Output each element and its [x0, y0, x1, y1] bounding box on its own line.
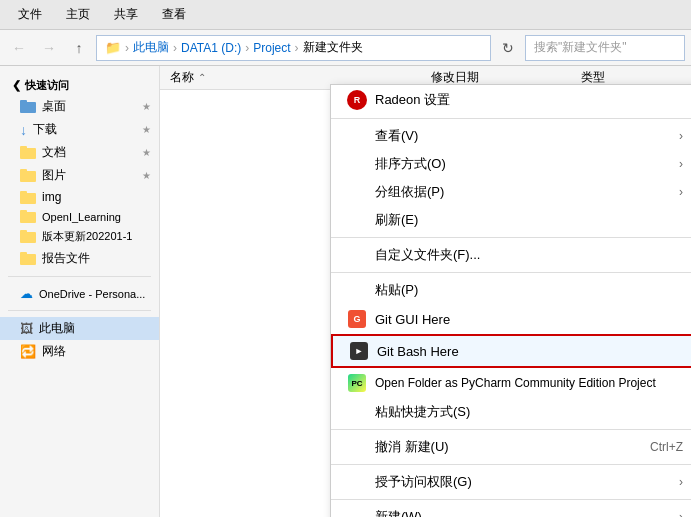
- folder-icon: [20, 146, 36, 159]
- sidebar-item-desktop[interactable]: 桌面 ★: [0, 95, 159, 118]
- sidebar-divider2: [8, 310, 151, 311]
- pc-icon: 🖼: [20, 321, 33, 336]
- ctx-divider-1: [331, 118, 691, 119]
- folder-icon: [20, 169, 36, 182]
- sidebar-item-pc[interactable]: 🖼 此电脑: [0, 317, 159, 340]
- arrow-icon: ›: [679, 185, 683, 199]
- menu-home[interactable]: 主页: [56, 2, 100, 27]
- undo-shortcut: Ctrl+Z: [650, 440, 683, 454]
- menu-file[interactable]: 文件: [8, 2, 52, 27]
- main-layout: ❮ 快速访问 桌面 ★ ↓ 下载 ★ 文档 ★ 图片 ★ img: [0, 66, 691, 517]
- menu-view[interactable]: 查看: [152, 2, 196, 27]
- ctx-item-git-bash[interactable]: ► Git Bash Here: [331, 334, 691, 368]
- sidebar-item-version[interactable]: 版本更新202201-1: [0, 226, 159, 247]
- ctx-label-sort: 排序方式(O): [375, 155, 671, 173]
- ctx-divider-4: [331, 429, 691, 430]
- ctx-item-sort[interactable]: 排序方式(O) ›: [331, 150, 691, 178]
- menu-share[interactable]: 共享: [104, 2, 148, 27]
- ctx-divider-6: [331, 499, 691, 500]
- ctx-divider-2: [331, 237, 691, 238]
- ctx-label-view: 查看(V): [375, 127, 671, 145]
- sidebar: ❮ 快速访问 桌面 ★ ↓ 下载 ★ 文档 ★ 图片 ★ img: [0, 66, 160, 517]
- sidebar-item-report[interactable]: 报告文件: [0, 247, 159, 270]
- folder-icon: [20, 100, 36, 113]
- breadcrumb-pc[interactable]: 此电脑: [133, 39, 169, 56]
- search-placeholder: 搜索"新建文件夹": [534, 39, 627, 56]
- forward-button[interactable]: →: [36, 35, 62, 61]
- network-icon: 🔁: [20, 344, 36, 359]
- menu-bar: 文件 主页 共享 查看: [0, 0, 691, 30]
- back-button[interactable]: ←: [6, 35, 32, 61]
- sidebar-item-img[interactable]: img: [0, 187, 159, 207]
- sidebar-item-documents[interactable]: 文档 ★: [0, 141, 159, 164]
- breadcrumb-drive[interactable]: DATA1 (D:): [181, 41, 241, 55]
- pin-icon: ★: [142, 170, 151, 181]
- pin-icon: ★: [142, 124, 151, 135]
- sidebar-item-pictures[interactable]: 图片 ★: [0, 164, 159, 187]
- refresh-button[interactable]: ↻: [495, 35, 521, 61]
- folder-icon: [20, 252, 36, 265]
- ctx-label-group: 分组依据(P): [375, 183, 671, 201]
- search-box[interactable]: 搜索"新建文件夹": [525, 35, 685, 61]
- ctx-label-radeon: Radeon 设置: [375, 91, 683, 109]
- ctx-item-refresh[interactable]: 刷新(E): [331, 206, 691, 234]
- arrow-icon: ›: [679, 510, 683, 517]
- arrow-icon: ›: [679, 157, 683, 171]
- sidebar-item-network[interactable]: 🔁 网络: [0, 340, 159, 363]
- download-icon: ↓: [20, 122, 27, 138]
- sidebar-item-openI[interactable]: OpenI_Learning: [0, 207, 159, 226]
- arrow-icon: ›: [679, 475, 683, 489]
- ctx-label-customize: 自定义文件夹(F)...: [375, 246, 683, 264]
- up-button[interactable]: ↑: [66, 35, 92, 61]
- ctx-label-git-gui: Git GUI Here: [375, 312, 683, 327]
- ctx-label-paste-shortcut: 粘贴快捷方式(S): [375, 403, 683, 421]
- ctx-divider-3: [331, 272, 691, 273]
- ctx-item-access[interactable]: 授予访问权限(G) ›: [331, 468, 691, 496]
- ctx-label-paste: 粘贴(P): [375, 281, 683, 299]
- folder-icon: [20, 210, 36, 223]
- ctx-label-access: 授予访问权限(G): [375, 473, 671, 491]
- cloud-icon: ☁: [20, 286, 33, 301]
- breadcrumb-project[interactable]: Project: [253, 41, 290, 55]
- ctx-item-new[interactable]: 新建(W) ›: [331, 503, 691, 517]
- pin-icon: ★: [142, 101, 151, 112]
- folder-icon: [20, 191, 36, 204]
- ctx-label-git-bash: Git Bash Here: [377, 344, 681, 359]
- ctx-divider-5: [331, 464, 691, 465]
- breadcrumb-folder[interactable]: 新建文件夹: [303, 39, 363, 56]
- ctx-item-customize[interactable]: 自定义文件夹(F)...: [331, 241, 691, 269]
- context-menu: R Radeon 设置 查看(V) › 排序方式(O) › 分组依据(P) ›: [330, 84, 691, 517]
- breadcrumb: 📁 › 此电脑 › DATA1 (D:) › Project › 新建文件夹: [96, 35, 491, 61]
- sidebar-divider: [8, 276, 151, 277]
- ctx-item-pycharm[interactable]: PC Open Folder as PyCharm Community Edit…: [331, 368, 691, 398]
- sidebar-item-onedrive[interactable]: ☁ OneDrive - Persona...: [0, 283, 159, 304]
- content-area: 名称 ⌃ 修改日期 类型 R Radeon 设置 查看(V): [160, 66, 691, 517]
- ctx-item-undo[interactable]: 撤消 新建(U) Ctrl+Z: [331, 433, 691, 461]
- radeon-icon: R: [347, 90, 367, 110]
- ctx-item-view[interactable]: 查看(V) ›: [331, 122, 691, 150]
- ctx-item-git-gui[interactable]: G Git GUI Here: [331, 304, 691, 334]
- quick-access-label: ❮ 快速访问: [0, 74, 159, 95]
- folder-icon: [20, 230, 36, 243]
- arrow-icon: ›: [679, 129, 683, 143]
- sidebar-item-download[interactable]: ↓ 下载 ★: [0, 118, 159, 141]
- ctx-label-refresh: 刷新(E): [375, 211, 683, 229]
- ctx-label-new: 新建(W): [375, 508, 671, 517]
- ctx-item-radeon[interactable]: R Radeon 设置: [331, 85, 691, 115]
- git-bash-icon: ►: [349, 341, 369, 361]
- git-gui-icon: G: [347, 309, 367, 329]
- pin-icon: ★: [142, 147, 151, 158]
- ctx-label-pycharm: Open Folder as PyCharm Community Edition…: [375, 376, 683, 390]
- pycharm-icon: PC: [347, 373, 367, 393]
- ctx-item-group[interactable]: 分组依据(P) ›: [331, 178, 691, 206]
- ctx-label-undo: 撤消 新建(U): [375, 438, 642, 456]
- ctx-item-paste[interactable]: 粘贴(P): [331, 276, 691, 304]
- ctx-item-paste-shortcut[interactable]: 粘贴快捷方式(S): [331, 398, 691, 426]
- address-bar: ← → ↑ 📁 › 此电脑 › DATA1 (D:) › Project › 新…: [0, 30, 691, 66]
